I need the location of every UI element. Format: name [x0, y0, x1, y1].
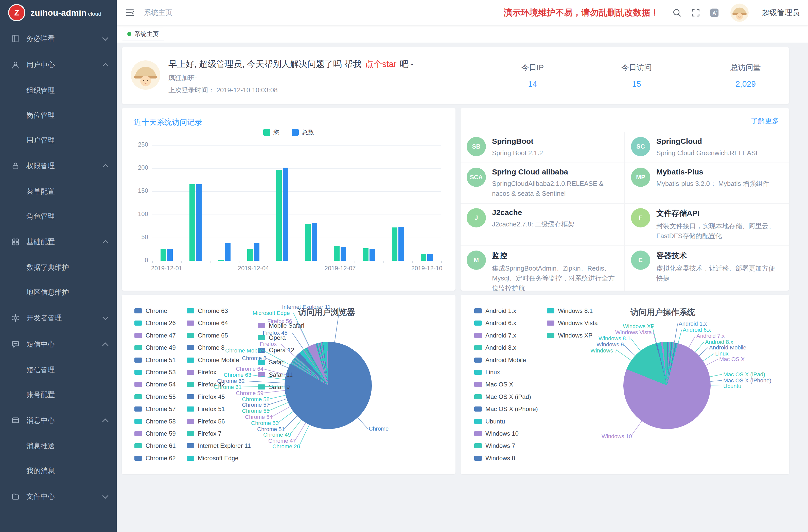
- legend-item[interactable]: Ubuntu: [474, 418, 505, 425]
- sidebar-item-2[interactable]: 权限管理: [0, 153, 117, 179]
- legend-item[interactable]: Chrome: [134, 307, 167, 314]
- legend-item[interactable]: Android 1.x: [474, 307, 516, 314]
- legend-item[interactable]: Chrome 59: [134, 430, 176, 437]
- fullscreen-icon[interactable]: [691, 8, 700, 18]
- sidebar-item-7[interactable]: 文件中心: [0, 483, 117, 510]
- legend-item[interactable]: Chrome 54: [134, 381, 176, 388]
- sidebar-item-6[interactable]: 消息中心: [0, 407, 117, 434]
- legend-item[interactable]: Firefox: [187, 369, 216, 376]
- sidebar-item-3[interactable]: 基础配置: [0, 229, 117, 255]
- legend-item[interactable]: Chrome 57: [134, 405, 176, 412]
- font-size-icon[interactable]: A+: [710, 8, 719, 18]
- tech-badge: SC: [631, 137, 650, 156]
- legend-swatch: [292, 129, 299, 136]
- tech-item[interactable]: SBSpringBootSpring Boot 2.1.2: [461, 132, 625, 163]
- tech-item[interactable]: MPMybatis-PlusMybatis-plus 3.2.0： Mybati…: [625, 163, 789, 203]
- tech-item[interactable]: M监控集成SpringBootAdmin、Zipkin、Redis、Mysql、…: [461, 245, 625, 291]
- legend-item[interactable]: Android 7.x: [474, 332, 516, 339]
- legend-item[interactable]: Mac OS X: [474, 381, 513, 388]
- tech-item[interactable]: JJ2cacheJ2cache2.7.8: 二级缓存框架: [461, 203, 625, 245]
- stat-value: 15: [596, 79, 677, 89]
- legend-item[interactable]: Firefox 7: [187, 430, 221, 437]
- legend-item[interactable]: Android 8.x: [474, 344, 516, 351]
- sidebar-item-1[interactable]: 用户中心: [0, 52, 117, 78]
- tab-system-home[interactable]: 系统主页: [122, 27, 164, 41]
- pie-callout-label: Android Mobile: [709, 344, 746, 351]
- sidebar-subitem[interactable]: 消息推送: [0, 434, 117, 458]
- legend-item[interactable]: Chrome 49: [134, 344, 176, 351]
- logo[interactable]: Z zuihou-admincloud: [0, 0, 117, 25]
- sidebar-subitem[interactable]: 岗位管理: [0, 103, 117, 128]
- sidebar-subitem[interactable]: 组织管理: [0, 78, 117, 103]
- star-link[interactable]: 点个star: [365, 59, 397, 69]
- legend-item[interactable]: Mac OS X (iPhone): [474, 405, 538, 412]
- legend-item[interactable]: Windows 10: [474, 430, 519, 437]
- legend-item[interactable]: Chrome 51: [134, 356, 176, 364]
- sidebar-subitem[interactable]: 角色管理: [0, 204, 117, 229]
- legend-item[interactable]: Chrome 53: [134, 369, 176, 376]
- sidebar-item-5[interactable]: 短信中心: [0, 331, 117, 357]
- tech-desc: 封装文件接口，实现本地存储、阿里云、FastDFS存储的配置化: [656, 221, 781, 241]
- legend-item[interactable]: Chrome 65: [187, 332, 228, 339]
- legend-item[interactable]: Firefox 45: [187, 393, 225, 400]
- legend-item[interactable]: Linux: [474, 369, 500, 376]
- chevron-down-icon: [102, 314, 108, 320]
- sidebar-subitem[interactable]: 用户管理: [0, 128, 117, 153]
- legend-item[interactable]: Chrome 64: [187, 319, 228, 327]
- legend-item[interactable]: Firefox 56: [187, 418, 225, 425]
- tech-body: 容器技术虚拟化容器技术，让迁移、部署更加方便快捷: [656, 251, 781, 291]
- legend-item[interactable]: Chrome 61: [134, 442, 176, 450]
- legend-item[interactable]: Internet Explorer 11: [187, 442, 251, 450]
- sidebar-subitem[interactable]: 菜单配置: [0, 179, 117, 204]
- legend-item[interactable]: Windows Vista: [547, 319, 598, 327]
- legend-item[interactable]: Opera 12: [258, 347, 294, 354]
- legend-swatch: [187, 419, 194, 424]
- breadcrumb[interactable]: 系统主页: [144, 8, 172, 18]
- sidebar-subitem-label: 地区信息维护: [26, 288, 69, 297]
- legend-item[interactable]: Mac OS X (iPad): [474, 393, 531, 400]
- legend-item[interactable]: Chrome 55: [134, 393, 176, 400]
- legend-item[interactable]: Chrome 26: [134, 319, 176, 327]
- tech-item[interactable]: C容器技术虚拟化容器技术，让迁移、部署更加方便快捷: [625, 245, 789, 291]
- legend-item[interactable]: Chrome Mobile: [187, 356, 239, 364]
- bar-segment: [218, 260, 224, 261]
- legend-item[interactable]: Chrome 47: [134, 332, 176, 339]
- tech-item[interactable]: SCASpring Cloud alibabaSpringCloudAlibab…: [461, 163, 625, 203]
- legend-swatch: [134, 333, 142, 338]
- legend-item[interactable]: Windows XP: [547, 332, 592, 339]
- sidebar-collapse-icon[interactable]: [125, 7, 135, 18]
- legend-item[interactable]: Windows 8: [474, 455, 515, 462]
- sidebar-subitem[interactable]: 账号配置: [0, 382, 117, 407]
- legend-item[interactable]: Android Mobile: [474, 356, 526, 364]
- tech-body: SpringBootSpring Boot 2.1.2: [492, 137, 543, 158]
- learn-more-link[interactable]: 了解更多: [751, 116, 779, 126]
- legend-item[interactable]: Chrome 8: [187, 344, 224, 351]
- legend-item[interactable]: Safari 9: [258, 383, 290, 390]
- legend-label: Chrome 65: [198, 332, 228, 339]
- sidebar-subitem[interactable]: 我的消息: [0, 458, 117, 483]
- user-avatar[interactable]: [730, 3, 749, 22]
- legend-item[interactable]: Microsoft Edge: [187, 455, 238, 462]
- legend-item[interactable]: Windows 7: [474, 442, 515, 450]
- legend-item[interactable]: Chrome 62: [134, 455, 176, 462]
- legend-item[interactable]: Android 6.x: [474, 319, 516, 327]
- legend-item[interactable]: Chrome 58: [134, 418, 176, 425]
- y-axis-tick-label: 200: [123, 164, 148, 171]
- legend-item[interactable]: 您: [263, 128, 279, 136]
- sidebar-subitem[interactable]: 地区信息维护: [0, 280, 117, 305]
- visits-chart-title: 近十天系统访问记录: [134, 117, 202, 128]
- legend-swatch: [187, 333, 194, 338]
- sidebar-item-4[interactable]: 开发者管理: [0, 305, 117, 331]
- gridline: [152, 215, 441, 215]
- username[interactable]: 超级管理员: [762, 7, 800, 18]
- tech-item[interactable]: F文件存储API封装文件接口，实现本地存储、阿里云、FastDFS存储的配置化: [625, 203, 789, 245]
- legend-item[interactable]: Firefox 51: [187, 405, 225, 412]
- legend-item[interactable]: 总数: [292, 128, 314, 136]
- sidebar-subitem[interactable]: 短信管理: [0, 357, 117, 382]
- sidebar-item-0[interactable]: 务必详看: [0, 25, 117, 52]
- logo-icon: Z: [8, 4, 25, 21]
- legend-swatch: [474, 406, 482, 411]
- search-icon[interactable]: [672, 8, 682, 18]
- sidebar-subitem[interactable]: 数据字典维护: [0, 255, 117, 280]
- tech-item[interactable]: SCSpringCloudSpring Cloud Greenwich.RELE…: [625, 132, 789, 163]
